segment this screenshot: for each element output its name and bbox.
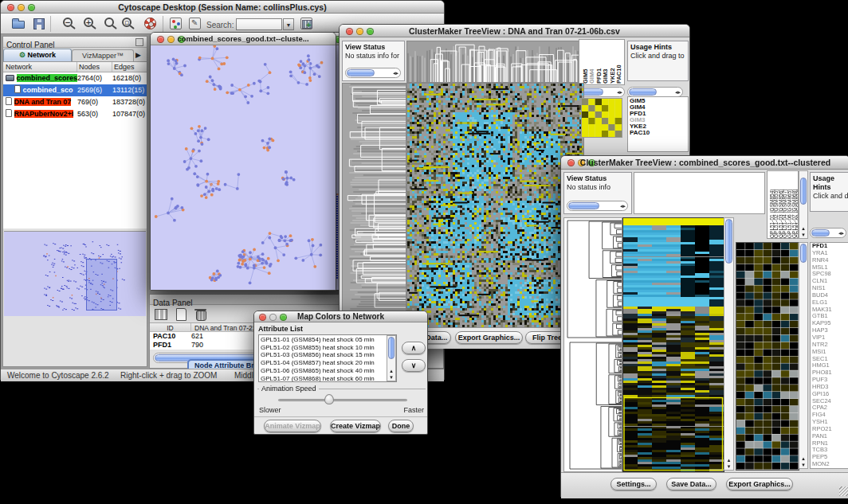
- search-dropdown-arrow[interactable]: ▼: [283, 18, 294, 30]
- tv2-gene-label[interactable]: RPN1: [812, 440, 848, 447]
- network-list-row[interactable]: combined_sco2569(6)13112(15): [3, 84, 147, 96]
- tv2-gene-label[interactable]: SPC98: [812, 271, 848, 278]
- network-list-row[interactable]: combined_scores2764(0)16218(0): [3, 72, 147, 84]
- speed-slider-thumb[interactable]: [324, 394, 334, 404]
- tv1-labels-scrollbar[interactable]: ◂▸: [579, 87, 625, 97]
- tv2-gene-label[interactable]: YRA1: [812, 250, 848, 257]
- tv2-settings-button[interactable]: Settings...: [610, 478, 657, 490]
- attribute-list-item[interactable]: GPL51-07 (GSM868) heat shock 60 min: [261, 375, 396, 382]
- tv1-export-graphics-button[interactable]: Export Graphics...: [455, 331, 523, 344]
- tv2-gene-label[interactable]: PFD1: [812, 243, 848, 250]
- tv1-column-label[interactable]: GIM3: [603, 69, 609, 84]
- move-up-button[interactable]: ∧: [402, 342, 426, 354]
- birds-eye-view[interactable]: [4, 231, 146, 316]
- tv1-row-dendrogram[interactable]: [342, 83, 406, 329]
- tv2-global-heatmap[interactable]: [622, 217, 724, 472]
- tv1-global-heatmap[interactable]: [406, 83, 584, 329]
- attribute-table-icon[interactable]: [299, 16, 316, 32]
- tv1-zoom-heatmap[interactable]: [581, 98, 622, 138]
- help-lifesaver-icon[interactable]: [143, 16, 160, 32]
- search-input[interactable]: [236, 18, 282, 30]
- tv2-gene-label[interactable]: PUF3: [812, 377, 848, 384]
- tv2-zoom-heatmap[interactable]: [736, 242, 799, 471]
- tab-overflow-arrow[interactable]: ▶: [135, 49, 141, 61]
- tv2-gene-label[interactable]: HRD3: [812, 384, 848, 391]
- tv1-column-dendrogram[interactable]: [406, 41, 584, 83]
- zoom-fit-icon[interactable]: [103, 16, 120, 32]
- tv2-gene-label[interactable]: FIG4: [812, 412, 848, 419]
- new-attribute-icon[interactable]: [173, 307, 189, 322]
- tv2-gene-label[interactable]: VIP1: [812, 334, 848, 342]
- tv2-gene-label[interactable]: MSL1: [812, 264, 848, 272]
- tv2-gene-label[interactable]: ELG1: [812, 299, 848, 307]
- attribute-list[interactable]: GPL51-01 (GSM854) heat shock 05 minGPL51…: [258, 334, 397, 382]
- tv2-gene-label[interactable]: CPA2: [812, 404, 848, 412]
- tv2-gene-label[interactable]: PEP5: [812, 454, 848, 461]
- zoom-in-icon[interactable]: +: [82, 16, 100, 32]
- tv2-gene-label[interactable]: KAP95: [812, 320, 848, 327]
- save-session-icon[interactable]: [31, 16, 49, 32]
- tv2-gene-label[interactable]: NIS1: [812, 285, 848, 292]
- animate-vizmap-button[interactable]: Animate Vizmap: [264, 420, 321, 432]
- col-network[interactable]: Network: [3, 62, 77, 72]
- speed-slider-track[interactable]: [278, 399, 407, 401]
- tv2-gene-label[interactable]: MON2: [812, 461, 848, 468]
- tv1-gene-label[interactable]: PAC10: [630, 130, 688, 136]
- zoom-selected-icon[interactable]: ▫: [120, 16, 138, 32]
- tv2-gene-label[interactable]: SEC1: [812, 356, 848, 363]
- tv2-gene-labels[interactable]: PFD1YRA1RNR4MSL1SPC98CLN1NIS1BUD4ELG1MAK…: [810, 242, 848, 469]
- tv1-gene-labels[interactable]: GIM5GIM4PFD1GIM3YKE2PAC10: [627, 96, 689, 152]
- tv2-gene-label[interactable]: SEC24: [812, 398, 848, 405]
- tv2-gene-label[interactable]: BUD4: [812, 292, 848, 299]
- tv2-column-dendrogram-area[interactable]: [634, 172, 765, 214]
- delete-attribute-icon[interactable]: [193, 307, 209, 322]
- tv1-gene-label[interactable]: GIM3: [630, 117, 688, 123]
- float-panel-icon[interactable]: [135, 38, 143, 46]
- tv1-gene-label[interactable]: YKE2: [630, 123, 688, 130]
- tv2-gene-label[interactable]: PAN1: [812, 433, 848, 440]
- tab-vizmapper[interactable]: VizMapper™: [72, 49, 134, 61]
- tv2-gene-label[interactable]: RPO21: [812, 426, 848, 433]
- tv2-zoom-scrollbar[interactable]: ▴▾: [799, 242, 808, 469]
- col-nodes[interactable]: Nodes: [77, 62, 112, 72]
- tv2-gene-label[interactable]: RNR4: [812, 257, 848, 264]
- tv2-gene-label[interactable]: NTR2: [812, 342, 848, 349]
- create-vizmap-button[interactable]: Create Vizmap: [330, 420, 381, 432]
- network-graph-view[interactable]: [151, 45, 336, 290]
- tv2-gene-label[interactable]: HAP3: [812, 327, 848, 334]
- tv1-status-scrollbar[interactable]: ◂▸: [345, 68, 401, 78]
- tv2-status-scrollbar[interactable]: ◂▸: [567, 201, 628, 211]
- network-window-title-bar[interactable]: combined_scores_good.txt--cluste...: [151, 33, 336, 45]
- tv2-heatmap-scrollbar[interactable]: ▴▾: [724, 217, 734, 471]
- attribute-list-item[interactable]: GPL51-06 (GSM865) heat shock 40 min: [261, 367, 396, 375]
- tv2-gene-label[interactable]: GTB1: [812, 313, 848, 320]
- main-title-bar[interactable]: Cytoscape Desktop (Session Name: collins…: [1, 1, 444, 14]
- tv2-gene-label[interactable]: HMG1: [812, 362, 848, 369]
- attribute-select-icon[interactable]: [153, 307, 169, 322]
- attribute-list-item[interactable]: GPL51-04 (GSM857) heat shock 20 min: [261, 359, 396, 367]
- tab-network[interactable]: ⚙ Network: [3, 49, 72, 61]
- done-button[interactable]: Done: [388, 420, 414, 432]
- network-list-row[interactable]: RNAPuberNov2+I563(0)107847(0): [3, 108, 147, 120]
- tv2-export-graphics-button[interactable]: Export Graphics...: [726, 478, 793, 490]
- tv2-labels-scrollbar[interactable]: ▴▾: [799, 170, 808, 239]
- col-edges[interactable]: Edges: [112, 62, 147, 72]
- tv1-gene-label[interactable]: PFD1: [630, 111, 688, 117]
- attribute-list-item[interactable]: GPL51-02 (GSM855) heat shock 10 min: [261, 344, 396, 352]
- open-file-icon[interactable]: [10, 16, 28, 32]
- attribute-list-item[interactable]: GPL51-01 (GSM854) heat shock 05 min: [261, 336, 396, 344]
- attribute-list-item[interactable]: GPL51-03 (GSM856) heat shock 15 min: [261, 351, 396, 359]
- tv2-row-dendrogram[interactable]: [563, 217, 622, 472]
- resize-grip[interactable]: [839, 486, 848, 496]
- treeview1-title-bar[interactable]: ClusterMaker TreeView : DNA and Tran 07-…: [340, 25, 689, 37]
- tv1-gene-label[interactable]: GIM5: [630, 98, 688, 104]
- tv2-gene-label[interactable]: CLN1: [812, 278, 848, 285]
- tv2-gene-label[interactable]: MSI1: [812, 349, 848, 356]
- tv2-gene-label[interactable]: PHO81: [812, 369, 848, 377]
- dialog-title-bar[interactable]: Map Colors to Network: [254, 311, 427, 322]
- tv2-save-data-button[interactable]: Save Data...: [666, 478, 716, 490]
- move-down-button[interactable]: ∨: [402, 359, 426, 372]
- tv2-gene-label[interactable]: YSH1: [812, 419, 848, 426]
- annotation-icon[interactable]: [187, 16, 205, 32]
- zoom-out-icon[interactable]: −: [61, 16, 79, 32]
